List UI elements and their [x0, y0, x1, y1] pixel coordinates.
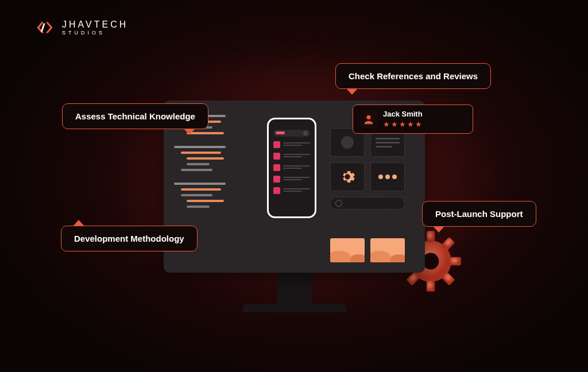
star-icon: ★ — [399, 120, 406, 129]
gear-icon — [339, 169, 355, 185]
person-icon — [362, 113, 375, 126]
brand-title: JHAVTECH — [62, 20, 128, 29]
image-thumb — [330, 238, 365, 262]
svg-point-10 — [366, 115, 370, 119]
callout-label: Development Methodology — [74, 234, 184, 243]
star-icon: ★ — [407, 120, 414, 129]
settings-tile — [330, 162, 365, 191]
search-tile — [330, 197, 405, 210]
svg-rect-4 — [450, 257, 461, 265]
callout-references: Check References and Reviews — [335, 63, 491, 89]
phone-mockup — [267, 118, 316, 218]
code-pane — [164, 115, 258, 219]
dots-tile — [370, 162, 405, 191]
image-thumb — [370, 238, 405, 262]
callout-label: Post-Launch Support — [435, 209, 523, 219]
callout-methodology: Development Methodology — [61, 226, 198, 251]
callout-label: Assess Technical Knowledge — [75, 111, 195, 121]
callout-label: Check References and Reviews — [349, 71, 478, 81]
star-icon: ★ — [415, 120, 422, 129]
avatar — [360, 111, 377, 128]
review-card: Jack Smith ★ ★ ★ ★ ★ — [353, 104, 473, 134]
star-icon: ★ — [383, 120, 390, 129]
star-rating: ★ ★ ★ ★ ★ — [383, 120, 423, 129]
thumbnail-row — [330, 238, 405, 262]
ui-tiles — [330, 128, 413, 210]
reviewer-name: Jack Smith — [383, 110, 423, 118]
svg-rect-2 — [427, 281, 435, 292]
callout-support: Post-Launch Support — [422, 201, 536, 227]
callout-assess: Assess Technical Knowledge — [62, 103, 208, 129]
svg-rect-1 — [427, 231, 435, 242]
logo-mark-icon — [33, 20, 56, 36]
brand-logo: JHAVTECH STUDIOS — [33, 20, 128, 36]
brand-subtitle: STUDIOS — [62, 30, 128, 36]
star-icon: ★ — [391, 120, 398, 129]
